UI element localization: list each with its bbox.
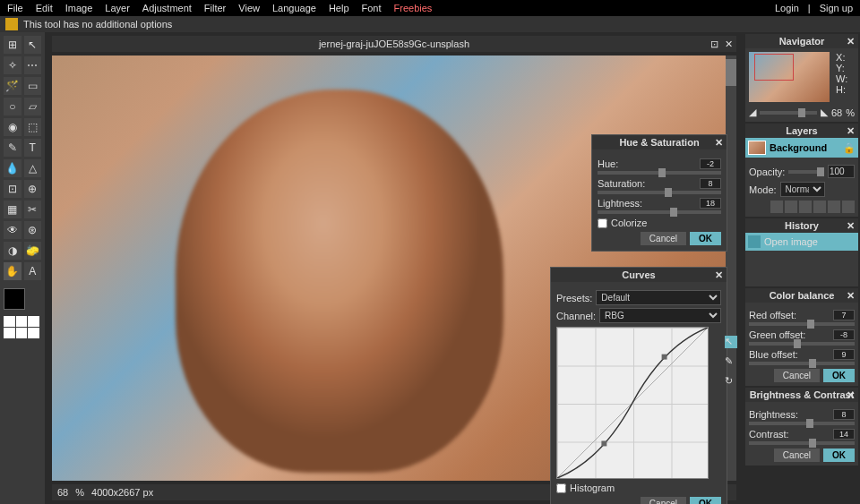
- tool-pencil[interactable]: ✎: [4, 139, 22, 157]
- tool-cut[interactable]: ✂: [24, 201, 42, 218]
- menu-freebies[interactable]: Freebies: [394, 3, 433, 13]
- lock-icon[interactable]: 🔒: [843, 142, 856, 154]
- menu-adjustment[interactable]: Adjustment: [142, 3, 192, 13]
- zoom-slider[interactable]: [760, 111, 817, 115]
- reset-icon[interactable]: ↻: [725, 375, 737, 388]
- menu-view[interactable]: View: [238, 3, 260, 13]
- tool-magic[interactable]: 🪄: [4, 77, 22, 95]
- tool-text[interactable]: T: [24, 139, 42, 157]
- pencil-icon[interactable]: ✎: [725, 355, 737, 368]
- tool-burn[interactable]: ◑: [4, 242, 22, 260]
- ok-button[interactable]: OK: [823, 448, 855, 462]
- menu-file[interactable]: File: [7, 3, 23, 13]
- close-tab-icon[interactable]: ✕: [725, 38, 733, 50]
- opacity-slider[interactable]: [788, 170, 824, 174]
- tool-sharpen[interactable]: △: [24, 159, 42, 177]
- cancel-button[interactable]: Cancel: [774, 369, 820, 382]
- up-icon[interactable]: [799, 201, 812, 213]
- close-icon[interactable]: ✕: [847, 125, 855, 137]
- hue-saturation-dialog[interactable]: Hue & Saturation✕ Hue:-2 Saturation:8 Li…: [591, 134, 727, 252]
- ok-button[interactable]: OK: [823, 369, 855, 382]
- menu-font[interactable]: Font: [362, 3, 382, 13]
- contrast-value[interactable]: 14: [833, 429, 855, 440]
- new-layer-icon[interactable]: [770, 201, 783, 213]
- red-slider[interactable]: [749, 322, 855, 326]
- tool-wand[interactable]: ✧: [4, 56, 22, 74]
- red-value[interactable]: 7: [833, 310, 855, 320]
- menu-edit[interactable]: Edit: [36, 3, 53, 13]
- tool-ellipse[interactable]: ○: [4, 98, 22, 115]
- maximize-icon[interactable]: ⊡: [710, 38, 718, 50]
- hue-slider[interactable]: [598, 171, 721, 175]
- svg-rect-2: [662, 355, 667, 360]
- tool-redeye[interactable]: 👁: [4, 221, 22, 239]
- swatch-grid[interactable]: [4, 316, 39, 338]
- sat-value[interactable]: 8: [700, 178, 721, 189]
- down-icon[interactable]: [813, 201, 826, 213]
- ok-button[interactable]: OK: [690, 232, 721, 245]
- tool-stamp[interactable]: ⊡: [4, 180, 22, 198]
- close-icon[interactable]: ✕: [847, 220, 855, 232]
- blue-slider[interactable]: [749, 362, 855, 365]
- curves-grid[interactable]: [556, 327, 709, 479]
- curve-tool-icon[interactable]: ↖: [725, 336, 737, 348]
- close-icon[interactable]: ✕: [847, 290, 855, 302]
- blue-value[interactable]: 9: [833, 349, 855, 360]
- presets-select[interactable]: Default: [596, 290, 721, 305]
- histogram-checkbox[interactable]: [556, 483, 566, 493]
- opacity-input[interactable]: [828, 165, 855, 178]
- close-icon[interactable]: ✕: [715, 137, 723, 149]
- ok-button[interactable]: OK: [690, 497, 721, 504]
- hue-value[interactable]: -2: [700, 158, 721, 169]
- foreground-swatch[interactable]: [4, 288, 25, 310]
- light-value[interactable]: 18: [700, 198, 721, 209]
- contrast-slider[interactable]: [749, 441, 855, 445]
- tool-marquee[interactable]: ▭: [24, 77, 42, 95]
- zoom-out-icon[interactable]: ◢: [749, 107, 756, 118]
- dup-layer-icon[interactable]: [785, 201, 797, 213]
- navigator-thumbnail[interactable]: [749, 52, 830, 102]
- green-slider[interactable]: [749, 342, 855, 346]
- history-item-open[interactable]: Open image: [745, 233, 858, 251]
- colorize-checkbox[interactable]: [598, 218, 607, 228]
- options-bar: This tool has no additional options: [0, 16, 860, 32]
- brightness-slider[interactable]: [749, 422, 855, 425]
- trash-icon[interactable]: [828, 201, 840, 213]
- menu-layer[interactable]: Layer: [105, 3, 130, 13]
- tool-blur[interactable]: 💧: [4, 159, 22, 177]
- tool-shape[interactable]: ▱: [24, 98, 42, 115]
- sat-slider[interactable]: [598, 191, 721, 194]
- brightness-value[interactable]: 8: [833, 409, 855, 420]
- tool-gradient[interactable]: ▦: [4, 201, 22, 218]
- channel-select[interactable]: RBG: [599, 308, 721, 323]
- menu-language[interactable]: Language: [272, 3, 316, 13]
- tool-hand[interactable]: ✋: [4, 262, 22, 280]
- tool-sponge[interactable]: 🧽: [24, 242, 42, 260]
- blend-mode-select[interactable]: Normal: [780, 182, 825, 197]
- cancel-button[interactable]: Cancel: [774, 448, 820, 462]
- light-slider[interactable]: [598, 210, 721, 214]
- tool-select[interactable]: ⬚: [24, 118, 42, 136]
- menu-image[interactable]: Image: [65, 3, 93, 13]
- cancel-button[interactable]: Cancel: [641, 497, 686, 504]
- layer-background[interactable]: Background 🔒: [745, 138, 858, 158]
- merge-icon[interactable]: [842, 201, 855, 213]
- tool-type[interactable]: A: [24, 262, 42, 280]
- close-icon[interactable]: ✕: [715, 269, 723, 281]
- signup-link[interactable]: Sign up: [820, 3, 853, 13]
- cancel-button[interactable]: Cancel: [641, 232, 686, 245]
- close-icon[interactable]: ✕: [847, 389, 855, 401]
- close-icon[interactable]: ✕: [847, 36, 855, 47]
- tool-dodge[interactable]: ⊛: [24, 221, 42, 239]
- menu-filter[interactable]: Filter: [204, 3, 226, 13]
- tool-move[interactable]: ↖: [24, 36, 42, 54]
- green-value[interactable]: -8: [833, 329, 855, 340]
- tool-heal[interactable]: ⊕: [24, 180, 42, 198]
- login-link[interactable]: Login: [775, 3, 799, 13]
- zoom-in-icon[interactable]: ◣: [821, 107, 828, 118]
- curves-dialog[interactable]: Curves✕ Presets:Default Channel:RBG ↖✎↻ …: [550, 267, 727, 504]
- tool-crop[interactable]: ⊞: [4, 36, 22, 54]
- tool-eyedrop[interactable]: ◉: [4, 118, 22, 136]
- tool-lasso[interactable]: ⋯: [24, 56, 42, 74]
- menu-help[interactable]: Help: [329, 3, 349, 13]
